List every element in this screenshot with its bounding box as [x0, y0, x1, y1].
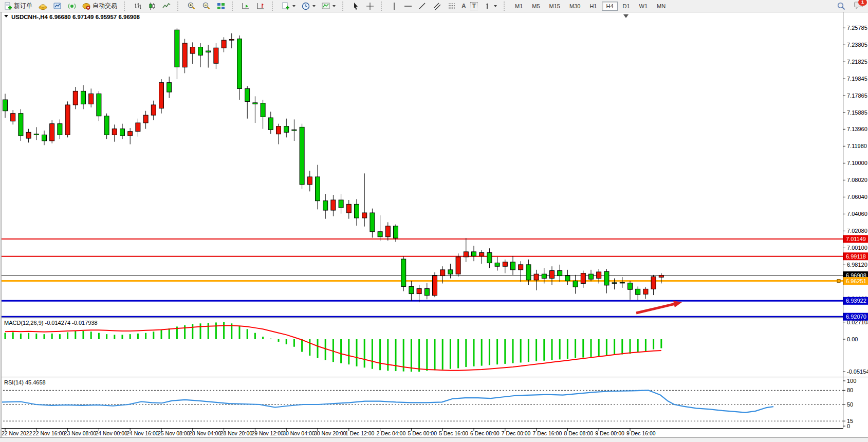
price-axis-label: 7.02080 — [847, 228, 867, 234]
candle-body — [81, 91, 86, 104]
timeframe-m30[interactable]: M30 — [565, 2, 584, 11]
zoom-in-button[interactable] — [184, 1, 198, 11]
crosshair-button[interactable] — [363, 1, 377, 11]
bottom-scroll-strip[interactable] — [0, 437, 868, 442]
chevron-down-icon — [494, 5, 497, 9]
timeframe-m15[interactable]: M15 — [545, 2, 564, 11]
macd-axis-label: 0.00 — [847, 336, 858, 342]
candle-body — [620, 282, 624, 283]
auto-scroll-icon — [242, 2, 250, 10]
time-axis-label: 6 Dec 08:00 — [470, 430, 500, 436]
candle-body — [11, 114, 15, 121]
mt4-window: 新订单 自动交易 — [0, 0, 868, 442]
market-watch-button[interactable] — [51, 1, 64, 11]
timeframe-m1[interactable]: M1 — [511, 2, 527, 11]
candle-body — [448, 270, 453, 274]
candle-body — [206, 51, 211, 52]
candle-body — [89, 94, 94, 104]
toolbar-separator — [124, 2, 128, 11]
tile-windows-button[interactable] — [214, 1, 228, 11]
new-order-label: 新订单 — [14, 2, 32, 10]
price-axis-label: 7.23805 — [847, 42, 867, 48]
candle-chart-button[interactable] — [145, 1, 159, 11]
candle-body — [276, 126, 281, 134]
candle-body — [175, 30, 179, 67]
chart-shift-button[interactable] — [254, 1, 268, 11]
candle-body — [237, 39, 242, 89]
timeframe-mn[interactable]: MN — [653, 2, 670, 11]
timeframe-group: M1M5M15M30H1H4D1W1MN — [509, 1, 671, 12]
line-chart-button[interactable] — [160, 1, 173, 11]
arrows-button[interactable] — [481, 1, 500, 11]
candle-body — [214, 48, 218, 63]
signal-button[interactable] — [65, 1, 79, 11]
candle-body — [182, 43, 187, 67]
horizontal-line-button[interactable] — [401, 1, 415, 11]
equidistant-channel-button[interactable] — [430, 1, 444, 11]
timeframe-h1[interactable]: H1 — [585, 2, 601, 11]
candle-body — [394, 226, 398, 238]
auto-trading-button[interactable]: 自动交易 — [80, 1, 120, 11]
search-icon — [837, 2, 846, 11]
new-order-button[interactable]: 新订单 — [2, 1, 35, 11]
price-axis-label: 7.19845 — [847, 76, 867, 82]
timeframe-m5[interactable]: M5 — [528, 2, 544, 11]
search-button[interactable] — [834, 1, 848, 12]
time-axis-label: 29 Nov 12:00 — [251, 430, 284, 436]
chat-button[interactable]: 1 — [854, 1, 864, 11]
trend-line-button[interactable] — [416, 1, 429, 11]
period-button[interactable] — [299, 1, 318, 11]
price-axis-label: 7.08020 — [847, 177, 867, 183]
candle-body — [487, 253, 492, 263]
candle-body — [221, 40, 226, 48]
candle-body — [479, 253, 484, 256]
timeframe-d1[interactable]: D1 — [619, 2, 634, 11]
zoom-out-icon — [202, 2, 211, 10]
candle-body — [433, 276, 437, 296]
zoom-out-button[interactable] — [199, 1, 213, 11]
rsi-axis-label: 80 — [847, 387, 853, 393]
rsi-axis-label: 100 — [847, 378, 856, 384]
candle-body — [339, 200, 343, 208]
new-chart-button[interactable] — [279, 1, 298, 11]
candle-body — [424, 289, 429, 296]
trade-toolbar-group: 新订单 自动交易 — [0, 1, 121, 12]
chevron-down-icon — [312, 5, 316, 9]
text-button[interactable]: A — [460, 2, 468, 10]
auto-scroll-button[interactable] — [239, 1, 253, 11]
candle-body — [511, 262, 515, 270]
gold-button[interactable] — [36, 1, 50, 11]
time-axis-label: 9 Dec 00:00 — [595, 430, 624, 436]
templates-icon — [322, 2, 330, 10]
templates-button[interactable] — [319, 1, 338, 11]
candle-body — [401, 259, 406, 286]
rsi-axis-label: 50 — [847, 401, 853, 408]
toolbar-right: 1 — [834, 1, 868, 12]
bar-chart-button[interactable] — [131, 1, 144, 11]
candle-body — [65, 105, 70, 135]
chart-canvas[interactable]: 7.257857.238057.218257.198457.178657.158… — [0, 0, 868, 442]
timeframe-w1[interactable]: W1 — [635, 2, 652, 11]
time-axis-label: 5 Dec 00:00 — [408, 430, 437, 436]
candle-body — [253, 103, 257, 104]
horizontal-line-icon — [404, 2, 412, 10]
candle-body — [604, 271, 609, 285]
candle-body — [651, 277, 656, 289]
rsi-axis-label: 0 — [847, 423, 850, 429]
lines-group: A T — [386, 1, 501, 12]
candle-body — [143, 115, 148, 123]
candle-body — [120, 129, 125, 136]
cursor-button[interactable] — [349, 1, 362, 11]
candle-body — [323, 201, 328, 210]
text-label-button[interactable]: T — [469, 2, 479, 11]
timeframe-h4[interactable]: H4 — [602, 2, 617, 11]
time-axis-label: 5 Dec 16:00 — [439, 430, 468, 436]
line-chart-icon — [162, 2, 171, 10]
hline-anchor[interactable] — [837, 280, 840, 283]
fibonacci-button[interactable] — [445, 1, 459, 11]
vertical-line-button[interactable] — [388, 1, 400, 11]
price-axis-label: 7.13960 — [847, 126, 867, 132]
candle-body — [245, 88, 250, 101]
tile-windows-icon — [217, 2, 225, 10]
scroll-group — [237, 1, 269, 12]
